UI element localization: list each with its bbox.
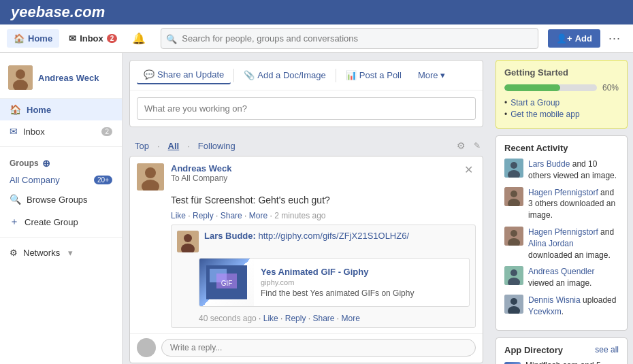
ra-item-4: Dennis Wisnia uploaded Ycevkxm. [504,295,619,318]
share-update-button[interactable]: 💬 Share an Update [137,66,231,84]
share-separator-2 [336,69,336,82]
home-icon: 🏠 [14,33,25,44]
reply-share-button[interactable]: Share [312,314,334,323]
write-reply-input[interactable] [161,339,476,357]
write-reply-area [130,333,483,363]
site-title: yeebase.com [11,3,105,21]
sidebar-user[interactable]: Andreas Weck [0,60,122,99]
write-reply-avatar [137,338,156,357]
reply-link[interactable]: http://giphy.com/gifs/ZFjX21S1OLHZ6/ [258,231,409,241]
ra-text-0: Lars Budde and 10 others viewed an image… [528,159,619,182]
post-author-name[interactable]: Andreas Weck [171,163,455,173]
app-label[interactable]: Mindflash.com and 5 other [525,361,619,364]
more-options-button[interactable]: ··· [603,27,626,50]
link-preview-text: Yes Animated GIF - Giphy giphy.com Find … [261,263,469,302]
sidebar: Andreas Weck 🏠 Home ✉ Inbox 2 Groups ⊕ A… [0,53,123,364]
progress-bar-bg [504,84,597,91]
app-icon: M [504,362,521,364]
reply-like-button[interactable]: Like [263,314,278,323]
sidebar-item-networks[interactable]: ⚙ Networks ▾ [0,242,122,263]
ra-item-2: Hagen Pfennigstorf and Alina Jordan down… [504,227,619,261]
app-directory-header: App Directory see all [504,345,619,355]
sidebar-item-inbox[interactable]: ✉ Inbox 2 [0,120,122,142]
svg-point-26 [510,298,517,305]
search-input[interactable] [161,28,538,49]
share-input[interactable] [137,97,476,120]
right-sidebar: Getting Started 60% • Start a Group • Ge… [490,53,633,364]
reply-more-button[interactable]: More [342,314,360,323]
ra-text-2: Hagen Pfennigstorf and Alina Jordan down… [528,227,619,261]
app-directory-see-all[interactable]: see all [595,345,619,354]
sidebar-divider-2 [0,237,122,238]
post-more-button[interactable]: More [249,211,267,220]
post-meta: Andreas Weck To All Company [171,163,455,183]
reply-timestamp: 40 seconds ago [199,314,257,323]
share-actions: 💬 Share an Update 📎 Add a Doc/Image 📊 Po… [130,61,483,90]
feed-settings-icon[interactable]: ⚙ [453,138,470,153]
sidebar-item-create-group[interactable]: ＋ Create Group [0,210,122,233]
nav-tab-inbox[interactable]: ✉ Inbox 2 [62,29,124,48]
link-preview-desc: Find the best Yes animated GIFs on Giphy [261,288,464,298]
post-reply-button[interactable]: Reply [193,211,214,220]
tab-top[interactable]: Top [129,139,155,153]
tab-following[interactable]: Following [193,139,241,153]
chevron-down-icon: ▾ [68,248,73,258]
paperclip-icon: 📎 [244,70,255,80]
add-doc-button[interactable]: 📎 Add a Doc/Image [237,67,332,84]
groups-section-title: Groups ⊕ [0,151,122,171]
reply-author-name[interactable]: Lars Budde: [204,231,256,241]
add-button[interactable]: 👤+ Add [548,29,600,48]
post-body: Test für Screenshot: Geht's euch gut? [130,195,483,210]
post-poll-button[interactable]: 📊 Post a Poll [339,67,408,84]
reply-header: Lars Budde: http://giphy.com/gifs/ZFjX21… [172,225,475,255]
reply-meta: Lars Budde: http://giphy.com/gifs/ZFjX21… [204,231,409,241]
inbox-sidebar-count: 2 [101,127,112,136]
nav-bar: 🏠 Home ✉ Inbox 2 🔔 🔍 👤+ Add ··· [0,24,633,53]
ra-text-3: Andreas Quendler viewed an image. [528,266,619,289]
gs-item-start-group[interactable]: • Start a Group [504,98,619,107]
sidebar-item-browse-groups[interactable]: 🔍 Browse Groups [0,188,122,210]
nav-tab-home[interactable]: 🏠 Home [7,29,59,48]
gs-item-mobile-app[interactable]: • Get the mobile app [504,110,619,119]
top-banner: yeebase.com [0,0,633,24]
add-person-icon: 👤+ [556,33,572,44]
all-company-badge: 20+ [94,176,112,184]
reply-author-avatar [177,231,199,252]
bell-icon[interactable]: 🔔 [127,28,151,49]
feed-tabs: Top · All · Following ⚙ ✎ [129,134,483,156]
sidebar-username: Andreas Weck [38,73,99,83]
tab-all[interactable]: All [163,139,185,153]
search-groups-icon: 🔍 [10,194,21,205]
app-directory-title: App Directory [504,345,563,355]
reply-card: Lars Budde: http://giphy.com/gifs/ZFjX21… [171,225,476,328]
sidebar-item-all-company[interactable]: All Company 20+ [0,171,122,188]
link-preview[interactable]: GIF Yes Animated GIF - Giphy giphy.com F… [199,258,470,307]
reply-reply-button[interactable]: Reply [285,314,306,323]
feed-settings-edit[interactable]: ✎ [471,139,483,152]
getting-started-progress-row: 60% [504,83,619,93]
search-bar: 🔍 [161,28,538,49]
post-author-avatar [137,163,164,191]
add-group-icon[interactable]: ⊕ [42,158,50,169]
ra-item-0: Lars Budde and 10 others viewed an image… [504,159,619,182]
share-more-button[interactable]: More ▾ [411,67,452,84]
svg-point-7 [184,234,192,242]
post-header: Andreas Weck To All Company ✕ [130,156,483,195]
main-layout: Andreas Weck 🏠 Home ✉ Inbox 2 Groups ⊕ A… [0,53,633,364]
svg-point-17 [510,191,517,197]
recent-activity-card: Recent Activity Lars Budde and 10 others… [496,135,628,331]
user-avatar [8,65,33,90]
ra-item-3: Andreas Quendler viewed an image. [504,266,619,289]
ra-text-1: Hagen Pfennigstorf and 3 others download… [528,187,619,221]
post-like-button[interactable]: Like [171,211,186,220]
sidebar-item-home[interactable]: 🏠 Home [0,99,122,120]
link-preview-image: GIF [199,259,254,306]
progress-percent: 60% [602,83,619,93]
share-box: 💬 Share an Update 📎 Add a Doc/Image 📊 Po… [129,60,483,127]
svg-point-14 [510,162,517,169]
share-update-icon: 💬 [144,69,155,80]
post-share-button[interactable]: Share [221,211,242,220]
post-close-button[interactable]: ✕ [461,163,476,176]
search-icon: 🔍 [166,33,177,44]
post-card: Andreas Weck To All Company ✕ Test für S… [129,156,483,363]
